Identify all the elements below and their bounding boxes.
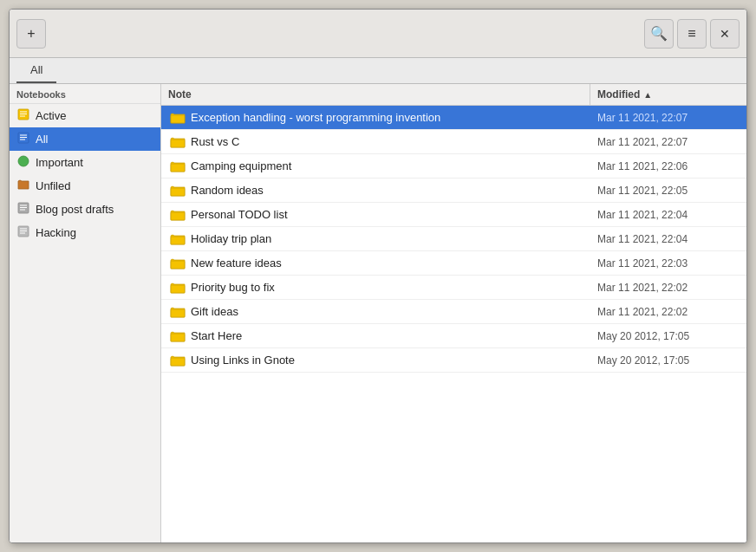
dot-green-icon: [16, 154, 30, 171]
note-title-cell: Camping equipment: [187, 158, 590, 174]
note-date-cell: Mar 11 2021, 22:04: [590, 207, 746, 223]
note-title-cell: New feature ideas: [187, 255, 590, 271]
note-title: Priority bug to fix: [191, 281, 275, 294]
note-title-cell: Using Links in Gnote: [187, 352, 590, 368]
svg-rect-21: [171, 212, 185, 220]
titlebar: + 🔍 ≡ ✕: [10, 10, 746, 58]
sidebar: Notebooks Active: [10, 84, 161, 542]
main-content: Notebooks Active: [10, 84, 746, 542]
svg-rect-25: [171, 309, 185, 317]
sidebar-item-unfiled-label: Unfiled: [36, 179, 70, 192]
tab-all[interactable]: All: [16, 58, 56, 83]
note-date: Mar 11 2021, 22:04: [597, 233, 688, 245]
note-title-cell: Random ideas: [187, 182, 590, 198]
sidebar-item-active[interactable]: Active: [10, 104, 160, 127]
folder-icon: [170, 185, 186, 197]
table-row[interactable]: Start Here May 20 2012, 17:05: [161, 324, 746, 348]
svg-rect-27: [171, 358, 185, 366]
tabs-bar: All: [10, 58, 746, 84]
note-folder-icon-cell: [161, 160, 187, 172]
note-date: May 20 2012, 17:05: [597, 330, 689, 342]
titlebar-right: 🔍 ≡ ✕: [644, 19, 740, 49]
sidebar-item-unfiled[interactable]: Unfiled: [10, 174, 160, 198]
sidebar-item-all-label: All: [36, 133, 48, 146]
note-date: Mar 11 2021, 22:03: [597, 257, 688, 270]
sidebar-item-important[interactable]: Important: [10, 151, 160, 174]
svg-rect-26: [171, 334, 185, 341]
note-date: Mar 11 2021, 22:04: [597, 209, 688, 221]
folder-icon: [170, 282, 186, 294]
table-row[interactable]: Exception handling - worst programming i…: [161, 106, 746, 130]
note-title-cell: Rust vs C: [187, 133, 590, 150]
folder-icon: [170, 257, 186, 270]
blog-icon: [16, 201, 30, 218]
note-title: Start Here: [191, 329, 242, 342]
note-date-cell: Mar 11 2021, 22:07: [590, 110, 746, 126]
note-title: Gift ideas: [191, 305, 238, 318]
table-row[interactable]: Using Links in Gnote May 20 2012, 17:05: [161, 348, 746, 373]
folder-icon: [170, 160, 186, 172]
close-button[interactable]: ✕: [710, 19, 740, 49]
note-title-cell: Gift ideas: [187, 303, 590, 320]
note-folder-icon-cell: [161, 233, 187, 245]
note-date: Mar 11 2021, 22:02: [597, 282, 688, 294]
svg-point-8: [18, 156, 29, 166]
svg-rect-23: [171, 261, 185, 269]
folder-icon: [170, 209, 186, 221]
table-row[interactable]: Priority bug to fix Mar 11 2021, 22:02: [161, 276, 746, 300]
sidebar-item-blog-post-drafts[interactable]: Blog post drafts: [10, 198, 160, 221]
table-row[interactable]: New feature ideas Mar 11 2021, 22:03: [161, 251, 746, 276]
note-date-cell: May 20 2012, 17:05: [590, 328, 746, 344]
note-date: May 20 2012, 17:05: [597, 354, 689, 367]
note-title-cell: Priority bug to fix: [187, 279, 590, 295]
note-date-cell: Mar 11 2021, 22:06: [590, 159, 746, 174]
folder-icon: [170, 233, 186, 245]
note-title-cell: Exception handling - worst programming i…: [187, 109, 590, 126]
notes-panel: Note Modified ▲ Exce: [161, 84, 746, 542]
table-row[interactable]: Holiday trip plan Mar 11 2021, 22:04: [161, 227, 746, 251]
sidebar-item-active-label: Active: [36, 109, 66, 122]
note-date-cell: Mar 11 2021, 22:07: [590, 134, 746, 150]
note-date: Mar 11 2021, 22:02: [597, 306, 688, 318]
hacking-icon: [16, 224, 30, 241]
note-date-cell: May 20 2012, 17:05: [590, 353, 746, 368]
notes-table-header: Note Modified ▲: [161, 84, 746, 106]
menu-button[interactable]: ≡: [677, 19, 707, 49]
sidebar-item-hacking[interactable]: Hacking: [10, 221, 160, 244]
sidebar-item-hacking-label: Hacking: [36, 226, 76, 239]
note-date: Mar 11 2021, 22:05: [597, 185, 688, 197]
table-row[interactable]: Personal TODO list Mar 11 2021, 22:04: [161, 203, 746, 227]
note-date-cell: Mar 11 2021, 22:05: [590, 183, 746, 198]
note-title: Exception handling - worst programming i…: [191, 111, 440, 124]
svg-rect-20: [171, 188, 185, 196]
sidebar-item-blog-post-drafts-label: Blog post drafts: [36, 203, 114, 216]
note-title-cell: Start Here: [187, 328, 590, 344]
folder-icon: [170, 306, 186, 318]
sidebar-header: Notebooks: [10, 84, 160, 104]
svg-rect-17: [171, 115, 185, 123]
table-row[interactable]: Gift ideas Mar 11 2021, 22:02: [161, 300, 746, 324]
svg-rect-18: [171, 140, 185, 147]
note-date-cell: Mar 11 2021, 22:02: [590, 280, 746, 295]
svg-rect-19: [171, 164, 185, 172]
note-date-cell: Mar 11 2021, 22:04: [590, 231, 746, 247]
note-title: Camping equipment: [191, 159, 291, 172]
sidebar-item-all[interactable]: All: [10, 127, 160, 151]
table-row[interactable]: Camping equipment Mar 11 2021, 22:06: [161, 154, 746, 179]
new-note-button[interactable]: +: [16, 19, 46, 49]
note-folder-icon-cell: [161, 330, 187, 342]
note-folder-icon-cell: [161, 136, 187, 148]
table-row[interactable]: Random ideas Mar 11 2021, 22:05: [161, 179, 746, 203]
table-row[interactable]: Rust vs C Mar 11 2021, 22:07: [161, 130, 746, 154]
note-date-cell: Mar 11 2021, 22:02: [590, 304, 746, 320]
col-modified-label: Modified: [597, 88, 640, 101]
search-button[interactable]: 🔍: [644, 19, 674, 49]
sort-arrow-icon: ▲: [643, 90, 652, 100]
note-folder-icon-cell: [161, 209, 187, 221]
col-modified-header[interactable]: Modified ▲: [590, 84, 746, 105]
note-title-cell: Holiday trip plan: [187, 231, 590, 247]
titlebar-left: +: [16, 19, 46, 49]
note-folder-icon-cell: [161, 306, 187, 318]
note-folder-icon-cell: [161, 185, 187, 197]
note-date-cell: Mar 11 2021, 22:03: [590, 256, 746, 271]
